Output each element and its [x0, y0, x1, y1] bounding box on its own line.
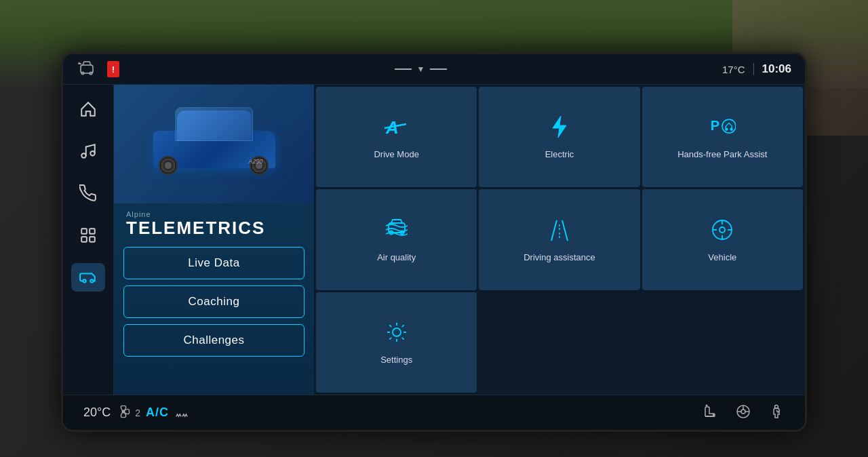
- fan-speed: 2: [135, 408, 140, 418]
- svg-point-4: [90, 151, 95, 156]
- temperature-display: 17°C: [722, 64, 745, 75]
- tile-drive-mode[interactable]: A Drive Mode: [316, 87, 477, 187]
- tile-settings[interactable]: Settings: [316, 292, 477, 393]
- screen-content: ! ▼ 17°C 10:06: [63, 54, 805, 430]
- svg-point-17: [731, 128, 733, 130]
- live-data-button[interactable]: Live Data: [123, 247, 304, 279]
- sidebar-item-car[interactable]: [71, 263, 105, 292]
- drive-mode-label: Drive Mode: [374, 149, 418, 161]
- svg-point-16: [726, 128, 728, 130]
- top-bar-center: ▼: [395, 64, 448, 74]
- sidebar-item-music[interactable]: [71, 137, 105, 165]
- settings-icon: [383, 319, 410, 349]
- dropdown-arrow[interactable]: ▼: [417, 64, 425, 74]
- bottom-bar: 20°C 2 A/C: [63, 395, 805, 430]
- display-bezel: ! ▼ 17°C 10:06: [61, 52, 807, 432]
- svg-point-29: [706, 404, 708, 406]
- svg-rect-6: [90, 228, 95, 234]
- wheel-back: [159, 156, 178, 175]
- panel-buttons: Live Data Coaching Challenges: [114, 241, 314, 395]
- svg-marker-13: [553, 116, 566, 138]
- warning-icon: !: [107, 61, 119, 77]
- ac-button[interactable]: A/C: [146, 405, 169, 420]
- main-area: A290 Alpine TELEMETRICS Live Data Coachi…: [63, 85, 805, 395]
- seat-heat-icon[interactable]: [702, 403, 718, 422]
- fan-icon[interactable]: [116, 404, 131, 421]
- grid-area: A Drive Mode Electric: [314, 85, 805, 395]
- screen-outer: ! ▼ 17°C 10:06: [0, 0, 868, 457]
- tile-electric[interactable]: Electric: [479, 87, 639, 187]
- passenger-safety-icon[interactable]: [768, 403, 785, 422]
- bottom-left: 20°C 2 A/C: [83, 404, 189, 422]
- brand-main: TELEMETRICS: [126, 218, 302, 238]
- air-quality-icon: [383, 216, 410, 247]
- bottom-right: [702, 403, 785, 422]
- electric-label: Electric: [545, 149, 574, 161]
- driving-assistance-icon: [546, 216, 573, 247]
- driving-assistance-label: Driving assistance: [524, 252, 595, 264]
- dash-left: [395, 68, 412, 70]
- tile-driving-assistance[interactable]: Driving assistance: [479, 189, 639, 290]
- tile-park-assist[interactable]: P Hands-free Park Assist: [642, 87, 803, 187]
- car-visual: A290: [146, 111, 282, 178]
- bolt-icon: [546, 113, 573, 144]
- park-assist-label: Hands-free Park Assist: [677, 149, 767, 161]
- top-bar-left: !: [77, 60, 119, 79]
- steering-heat-icon[interactable]: [735, 403, 751, 422]
- svg-rect-5: [81, 228, 87, 234]
- air-quality-label: Air quality: [377, 252, 416, 264]
- car-image-area: A290: [114, 85, 314, 203]
- challenges-button[interactable]: Challenges: [123, 324, 304, 357]
- svg-point-10: [90, 279, 93, 282]
- heat-icon[interactable]: [174, 404, 189, 422]
- top-bar: ! ▼ 17°C 10:06: [63, 54, 805, 85]
- drive-mode-icon: A: [383, 113, 410, 144]
- svg-rect-7: [81, 237, 87, 242]
- vehicle-icon: [709, 216, 736, 247]
- svg-rect-8: [90, 237, 95, 242]
- panel-brand: Alpine TELEMETRICS: [114, 203, 314, 241]
- a290-badge: A290: [248, 158, 262, 165]
- time-display: 10:06: [762, 62, 791, 76]
- svg-point-9: [83, 279, 85, 282]
- top-divider: [753, 63, 754, 75]
- svg-point-22: [719, 227, 725, 233]
- coaching-button[interactable]: Coaching: [123, 285, 304, 318]
- svg-point-27: [393, 328, 401, 336]
- dash-right: [430, 68, 447, 70]
- sidebar-item-apps[interactable]: [71, 221, 105, 250]
- vehicle-label: Vehicle: [708, 252, 736, 264]
- sidebar-item-home[interactable]: [71, 95, 105, 123]
- svg-point-31: [741, 410, 745, 414]
- tile-air-quality[interactable]: Air quality: [316, 189, 477, 290]
- fan-group: 2: [116, 404, 140, 421]
- car-status-icon: [77, 60, 97, 79]
- svg-point-15: [722, 119, 736, 133]
- settings-label: Settings: [380, 355, 412, 366]
- sidebar-nav: [63, 85, 114, 395]
- car-windshield: [175, 107, 253, 141]
- svg-text:P: P: [711, 118, 719, 133]
- telemetrics-panel: A290 Alpine TELEMETRICS Live Data Coachi…: [114, 85, 314, 395]
- cabin-temp: 20°C: [83, 405, 111, 420]
- park-assist-icon: P: [709, 113, 736, 144]
- svg-point-3: [81, 153, 86, 158]
- sidebar-item-phone[interactable]: [71, 179, 105, 207]
- top-bar-right: 17°C 10:06: [722, 62, 791, 76]
- tile-vehicle[interactable]: Vehicle: [642, 189, 803, 290]
